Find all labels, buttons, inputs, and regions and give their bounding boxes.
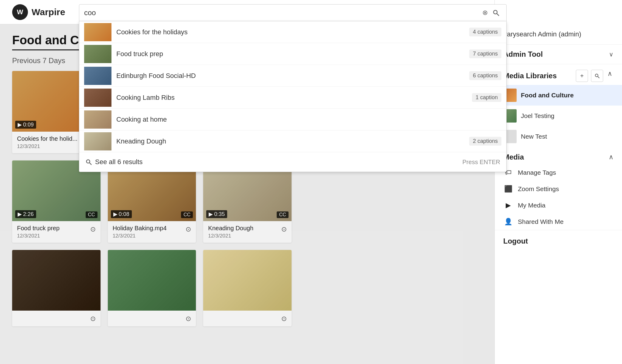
library-item-label: Food and Culture [521,92,574,99]
svg-point-0 [494,10,497,14]
media-item-label: Manage Tags [518,169,556,176]
media-item[interactable]: 👤 Shared With Me [495,214,622,230]
result-badge: 6 captions [469,71,501,80]
svg-point-2 [87,160,90,163]
media-libraries-header: Media Libraries + ∧ [495,64,622,85]
result-thumbnail [84,67,111,85]
media-item-label: My Media [518,202,545,209]
see-all-results[interactable]: See all 6 results [85,158,143,166]
svg-line-1 [497,14,499,16]
library-items-list: Food and Culture Joel Testing New Test [495,85,622,147]
logo-text: Warpire [32,7,65,17]
search-result-item[interactable]: Food truck prep 7 captions [79,43,506,65]
media-item[interactable]: ▶ My Media [495,197,622,214]
media-item-icon: 👤 [503,218,513,226]
media-section: Media ∧ [495,147,622,164]
media-libraries-actions: + ∧ [576,70,613,82]
search-result-item[interactable]: Kneading Dough 2 captions [79,130,506,152]
result-title: Cookies for the holidays [116,28,464,36]
logout-button[interactable]: Logout [495,230,622,252]
result-thumbnail [84,23,111,41]
media-item[interactable]: 🏷 Manage Tags [495,164,622,181]
right-panel: lrarysearch Admin (admin) Admin Tool ∨ M… [494,0,622,364]
search-input[interactable] [84,8,480,17]
logo-area: W Warpire [12,4,65,20]
admin-tool-section[interactable]: Admin Tool ∨ [495,45,622,64]
logo-icon: W [12,4,28,20]
result-thumbnail [84,45,111,63]
library-item[interactable]: New Test [495,126,622,147]
media-item-label: Shared With Me [518,218,564,225]
result-badge: 7 captions [469,49,501,58]
svg-line-3 [90,163,91,165]
media-item-label: Zoom Settings [518,185,559,193]
search-result-item[interactable]: Edinburgh Food Social-HD 6 captions [79,65,506,87]
library-item-label: New Test [521,133,547,140]
panel-user: lrarysearch Admin (admin) [495,24,622,45]
search-result-item[interactable]: Cookies for the holidays 4 captions [79,21,506,43]
media-items-list: 🏷 Manage Tags ⬛ Zoom Settings ▶ My Media… [495,164,622,230]
search-dropdown: Cookies for the holidays 4 captions Food… [79,21,507,172]
search-button[interactable] [490,7,501,18]
media-libraries-collapse[interactable]: ∧ [606,70,613,82]
press-enter-hint: Press ENTER [463,159,500,166]
result-title: Edinburgh Food Social-HD [116,72,464,80]
search-footer: See all 6 results Press ENTER [79,152,506,172]
result-title: Kneading Dough [116,137,464,145]
svg-point-4 [595,74,598,77]
search-container: ⊗ Cookies for the holidays 4 captions Fo… [79,4,507,172]
add-library-button[interactable]: + [576,70,588,82]
library-item[interactable]: Food and Culture [495,85,622,106]
result-thumbnail [84,89,111,107]
media-chevron[interactable]: ∧ [609,153,613,161]
result-badge: 4 captions [469,28,501,36]
result-title: Food truck prep [116,50,464,58]
media-item-icon: ⬛ [503,185,513,193]
result-title: Cooking Lamb Ribs [116,94,467,102]
result-thumbnail [84,132,111,150]
media-libraries-label: Media Libraries [503,72,557,80]
search-result-item[interactable]: Cooking at home [79,109,506,130]
media-libraries-section: Media Libraries + ∧ Food and Culture Joe… [495,64,622,147]
result-title: Cooking at home [116,116,501,123]
media-item[interactable]: ⬛ Zoom Settings [495,181,622,197]
media-item-icon: ▶ [503,201,513,209]
result-badge: 1 caption [472,93,501,102]
admin-tool-chevron: ∨ [609,51,613,58]
search-result-item[interactable]: Cooking Lamb Ribs 1 caption [79,87,506,109]
see-all-label: See all 6 results [95,158,143,166]
clear-search-icon[interactable]: ⊗ [480,7,490,18]
svg-line-5 [598,76,599,78]
search-library-button[interactable] [591,70,603,82]
library-item-label: Joel Testing [521,112,555,120]
library-item[interactable]: Joel Testing [495,106,622,126]
admin-tool-label: Admin Tool [503,50,543,59]
search-input-row: ⊗ [79,4,507,21]
result-thumbnail [84,110,111,129]
result-badge: 2 captions [469,137,501,146]
search-footer-icon [85,159,92,165]
